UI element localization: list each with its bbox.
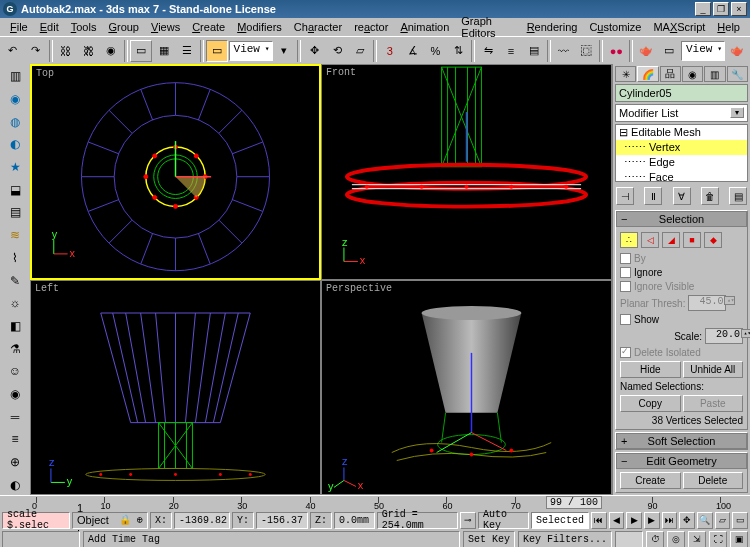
time-config-icon[interactable]: ⏱ xyxy=(646,531,664,548)
nav-maximize-icon[interactable]: ⛶ xyxy=(709,531,727,548)
unlink-icon[interactable]: ⛓̸ xyxy=(78,40,100,62)
align-icon[interactable]: ≡ xyxy=(500,40,522,62)
tab-panel-icon[interactable]: ▥ xyxy=(3,66,27,87)
menu-character[interactable]: Character xyxy=(288,20,348,34)
layers-icon[interactable]: ▤ xyxy=(523,40,545,62)
pin-stack-icon[interactable]: ⊣ xyxy=(616,187,634,205)
maximize-button[interactable]: ❐ xyxy=(713,2,729,16)
play-icon[interactable]: ▶ xyxy=(626,512,642,529)
menu-customize[interactable]: Customize xyxy=(583,20,647,34)
angle-snap-icon[interactable]: ∡ xyxy=(402,40,424,62)
menu-modifiers[interactable]: Modifiers xyxy=(231,20,288,34)
sel-edge-icon[interactable]: ◁ xyxy=(641,232,659,248)
redo-icon[interactable]: ↷ xyxy=(25,40,47,62)
nav-orbit-icon[interactable]: ◎ xyxy=(667,531,685,548)
utilities-tab-icon[interactable]: 🔧 xyxy=(727,66,748,82)
systems-icon[interactable]: ≋ xyxy=(3,225,27,246)
box-icon[interactable]: ◍ xyxy=(3,111,27,132)
show-end-result-icon[interactable]: Ⅱ xyxy=(644,187,662,205)
nav-walk-icon[interactable]: ⇲ xyxy=(688,531,706,548)
move-icon[interactable]: ✥ xyxy=(303,40,325,62)
goto-end-icon[interactable]: ⏭ xyxy=(662,512,678,529)
z-coord-field[interactable]: 0.0mm xyxy=(334,512,375,529)
edit-geometry-header[interactable]: Edit Geometry xyxy=(616,453,747,469)
menu-create[interactable]: Create xyxy=(186,20,231,34)
goto-start-icon[interactable]: ⏮ xyxy=(591,512,607,529)
undo-icon[interactable]: ↶ xyxy=(2,40,24,62)
render-icon[interactable]: 🫖 xyxy=(726,40,748,62)
bind-icon[interactable]: ◉ xyxy=(100,40,122,62)
x-coord-field[interactable]: -1369.82 xyxy=(174,512,230,529)
utilities-icon[interactable]: ⊕ xyxy=(3,452,27,473)
material-editor-icon[interactable]: ●● xyxy=(605,40,627,62)
hide-button[interactable]: Hide xyxy=(620,361,681,378)
show-checkbox[interactable] xyxy=(620,314,631,325)
spacewarps-icon[interactable]: ⌇ xyxy=(3,248,27,269)
camera-icon[interactable]: ◧ xyxy=(3,316,27,337)
sel-element-icon[interactable]: ◆ xyxy=(704,232,722,248)
spinner-snap-icon[interactable]: ⇅ xyxy=(447,40,469,62)
ignore-checkbox[interactable] xyxy=(620,267,631,278)
modifier-stack[interactable]: ⊟ Editable Mesh ⋯⋯ Vertex ⋯⋯ Edge ⋯⋯ Fac… xyxy=(615,124,748,182)
viewport-perspective[interactable]: Perspective x y xyxy=(321,280,612,496)
motion-tab-icon[interactable]: ◉ xyxy=(682,66,703,82)
menu-file[interactable]: File xyxy=(4,20,34,34)
mirror-icon[interactable]: ⇋ xyxy=(477,40,499,62)
viewport-front[interactable]: Front x z xyxy=(321,64,612,280)
particles-icon[interactable]: ▤ xyxy=(3,202,27,223)
sel-face-icon[interactable]: ◢ xyxy=(662,232,680,248)
biped-icon[interactable]: ☺ xyxy=(3,361,27,382)
display-tab-icon[interactable]: ▥ xyxy=(704,66,725,82)
object-name-field[interactable]: Cylinder05 xyxy=(615,84,748,102)
bone-icon[interactable]: ⚗ xyxy=(3,338,27,359)
make-unique-icon[interactable]: ∀ xyxy=(673,187,691,205)
set-key-button[interactable]: Set Key xyxy=(463,531,515,548)
quick-render-icon[interactable]: ▭ xyxy=(658,40,680,62)
scale-spinner[interactable]: 20.0 xyxy=(705,328,743,344)
soft-selection-header[interactable]: Soft Selection xyxy=(616,433,747,449)
remove-modifier-icon[interactable]: 🗑 xyxy=(701,187,719,205)
snap-toggle-icon[interactable]: 3 xyxy=(379,40,401,62)
auto-key-button[interactable]: Auto Key xyxy=(478,512,529,529)
next-frame-icon[interactable]: ▶ xyxy=(644,512,660,529)
curve-editor-icon[interactable]: 〰 xyxy=(553,40,575,62)
viewport-left[interactable]: Left y z xyxy=(30,280,321,496)
menu-group[interactable]: Group xyxy=(102,20,145,34)
lights-cat-icon[interactable]: ☼ xyxy=(3,293,27,314)
stack-face[interactable]: ⋯⋯ Face xyxy=(616,170,747,182)
menu-help[interactable]: Help xyxy=(711,20,746,34)
configure-sets-icon[interactable]: ▤ xyxy=(729,187,747,205)
misc-icon[interactable]: ◐ xyxy=(3,474,27,495)
menu-rendering[interactable]: Rendering xyxy=(521,20,584,34)
select-object-icon[interactable]: ▭ xyxy=(206,40,228,62)
delete-button[interactable]: Delete xyxy=(683,472,744,489)
nav-minmax-icon[interactable]: ▣ xyxy=(730,531,748,548)
render-preset-dropdown[interactable]: View xyxy=(681,41,725,61)
scale-icon[interactable]: ▱ xyxy=(349,40,371,62)
menu-animation[interactable]: Animation xyxy=(394,20,455,34)
select-filter-icon[interactable]: ☰ xyxy=(176,40,198,62)
ignore-visible-checkbox[interactable] xyxy=(620,281,631,292)
menu-views[interactable]: Views xyxy=(145,20,186,34)
nav-region-icon[interactable]: ▭ xyxy=(732,512,748,529)
percent-snap-icon[interactable]: % xyxy=(425,40,447,62)
listener-input[interactable]: scale $.selec xyxy=(2,512,70,529)
nav-zoom-icon[interactable]: 🔍 xyxy=(697,512,713,529)
select-icon[interactable]: ▭ xyxy=(130,40,152,62)
menu-edit[interactable]: Edit xyxy=(34,20,65,34)
delete-isolated-checkbox[interactable] xyxy=(620,347,631,358)
stack-root[interactable]: ⊟ Editable Mesh xyxy=(616,125,747,140)
helpers-icon[interactable]: ✎ xyxy=(3,270,27,291)
add-time-tag[interactable]: Add Time Tag xyxy=(83,531,460,548)
nav-fov-icon[interactable]: ▱ xyxy=(715,512,731,529)
stack-edge[interactable]: ⋯⋯ Edge xyxy=(616,155,747,170)
minimize-button[interactable]: _ xyxy=(695,2,711,16)
shapes-icon[interactable]: ★ xyxy=(3,157,27,178)
viewport-top[interactable]: Top xyxy=(30,64,321,280)
y-coord-field[interactable]: -156.37 xyxy=(256,512,308,529)
key-filters-button[interactable]: Key Filters... xyxy=(518,531,612,548)
copy-button[interactable]: Copy xyxy=(620,395,681,412)
selection-rollout-header[interactable]: Selection xyxy=(616,211,747,227)
rotate-icon[interactable]: ⟲ xyxy=(326,40,348,62)
menu-maxscript[interactable]: MAXScript xyxy=(647,20,711,34)
